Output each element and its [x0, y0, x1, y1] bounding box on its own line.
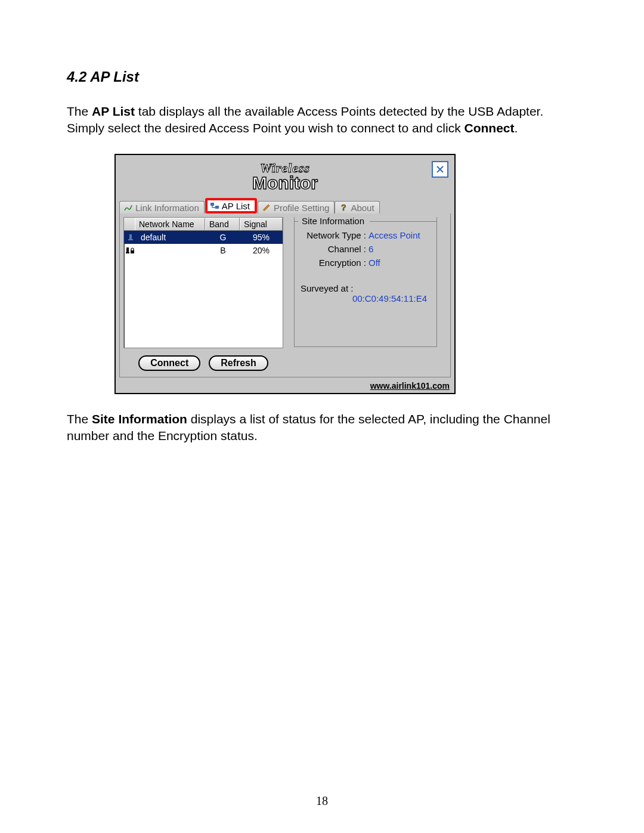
title-monitor: Monitor [252, 175, 318, 191]
p1-bold-aplist: AP List [92, 104, 135, 118]
surveyed-at-value: 00:C0:49:54:11:E4 [301, 293, 431, 304]
info-channel: Channel : 6 [301, 244, 431, 254]
cell-signal: 95% [240, 231, 283, 244]
help-icon: ? [339, 203, 348, 212]
tab-label: Profile Setting [274, 203, 329, 213]
ap-locked-icon [124, 244, 137, 257]
tab-bar: Link Information AP List Profile Setting [116, 198, 454, 213]
table-row[interactable]: default G 95% [124, 231, 283, 244]
p1-bold-connect: Connect [465, 121, 515, 135]
left-column: Network Name Band Signal default G 95% [123, 217, 283, 372]
cell-signal: 20% [240, 244, 283, 257]
title-bar: Wireless Monitor [116, 155, 454, 198]
page-number: 18 [0, 794, 644, 808]
tab-profile-setting[interactable]: Profile Setting [258, 201, 335, 213]
info-encryption: Encryption : Off [301, 258, 431, 268]
tab-about[interactable]: ? About [335, 201, 379, 213]
col-band[interactable]: Band [205, 218, 240, 230]
channel-label: Channel : [301, 244, 369, 254]
network-icon [210, 201, 219, 210]
p1-pre: The [67, 104, 92, 118]
col-network-name[interactable]: Network Name [135, 218, 205, 230]
cell-name: default [137, 231, 206, 244]
footer-link[interactable]: www.airlink101.com [370, 381, 450, 391]
svg-rect-4 [128, 239, 133, 240]
network-type-value: Access Point [369, 230, 420, 240]
button-row: Connect Refresh [123, 353, 283, 372]
encryption-value: Off [369, 258, 380, 268]
encryption-label: Encryption : [301, 258, 369, 268]
surveyed-at-label: Surveyed at : [301, 283, 431, 293]
intro-paragraph-2: The Site Information displays a list of … [67, 411, 578, 445]
ap-icon [124, 231, 137, 244]
app-title: Wireless Monitor [252, 162, 318, 191]
close-icon [435, 165, 445, 174]
window-footer: www.airlink101.com [116, 380, 454, 393]
table-row[interactable]: B 20% [124, 244, 283, 257]
tab-link-information[interactable]: Link Information [119, 201, 205, 213]
signal-icon [123, 203, 133, 212]
table-header-row: Network Name Band Signal [124, 218, 283, 231]
tab-ap-list[interactable]: AP List [205, 198, 257, 213]
pencil-icon [262, 203, 271, 212]
p2-pre: The [67, 412, 92, 426]
svg-rect-3 [129, 234, 132, 239]
ap-list-table[interactable]: Network Name Band Signal default G 95% [123, 217, 283, 348]
svg-rect-1 [215, 206, 219, 209]
svg-rect-0 [210, 203, 214, 206]
svg-rect-6 [126, 252, 129, 253]
section-heading: 4.2 AP List [67, 69, 578, 85]
cell-name [137, 244, 206, 257]
cell-band: B [206, 244, 240, 257]
site-information-group: Site Information Network Type : Access P… [294, 217, 437, 347]
group-title: Site Information [299, 216, 367, 226]
tab-label: About [351, 203, 374, 213]
col-signal[interactable]: Signal [240, 218, 283, 230]
close-button[interactable] [432, 161, 448, 178]
col-icon [124, 218, 135, 230]
cell-band: G [206, 231, 240, 244]
screenshot-wireless-monitor: Wireless Monitor Link Information [114, 154, 456, 394]
network-type-label: Network Type : [301, 230, 369, 240]
tab-label: AP List [222, 201, 250, 211]
channel-value: 6 [369, 244, 373, 254]
p2-bold-siteinfo: Site Information [92, 412, 187, 426]
svg-text:?: ? [341, 203, 346, 212]
app-window: Wireless Monitor Link Information [114, 154, 456, 394]
tab-label: Link Information [135, 203, 199, 213]
svg-rect-7 [131, 250, 134, 253]
info-network-type: Network Type : Access Point [301, 230, 431, 240]
intro-paragraph-1: The AP List tab displays all the availab… [67, 103, 578, 137]
work-area: Network Name Band Signal default G 95% [119, 213, 451, 377]
p1-post: . [515, 121, 518, 135]
svg-rect-5 [126, 247, 129, 252]
refresh-button[interactable]: Refresh [209, 355, 268, 371]
connect-button[interactable]: Connect [138, 355, 200, 371]
